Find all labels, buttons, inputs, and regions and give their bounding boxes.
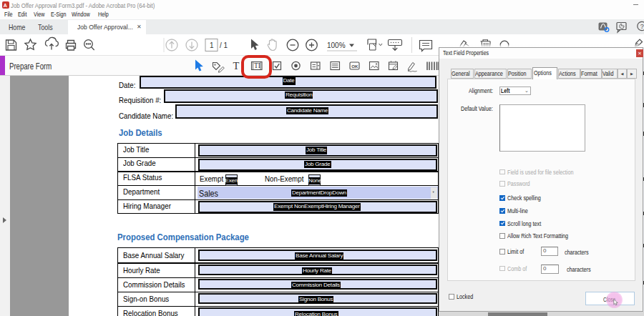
svg-text:/ 1: / 1 — [220, 41, 228, 49]
svg-text:1: 1 — [210, 41, 214, 49]
svg-text:T: T — [233, 60, 240, 71]
svg-text:OK: OK — [351, 64, 358, 69]
svg-text:100%: 100% — [327, 41, 346, 49]
svg-text:?: ? — [640, 23, 644, 30]
